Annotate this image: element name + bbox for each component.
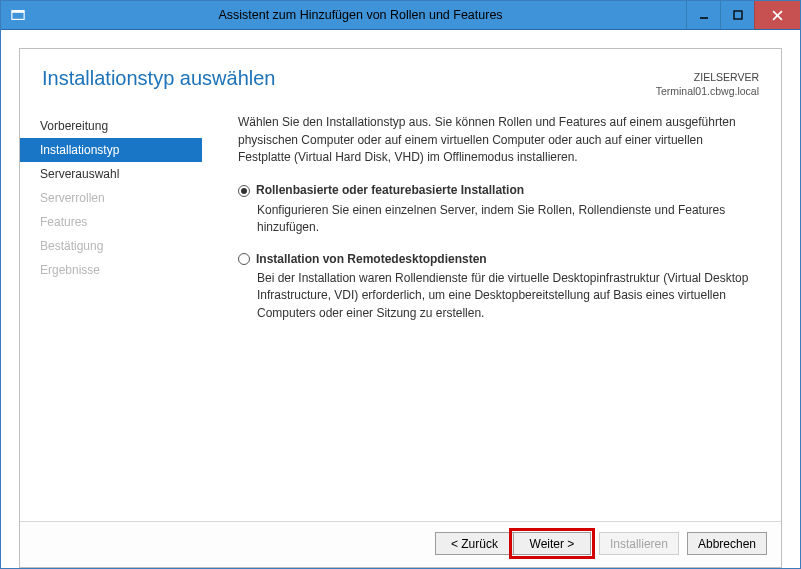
window-title: Assistent zum Hinzufügen von Rollen und … <box>35 1 686 29</box>
body-area: Installationstyp auswählen ZIELSERVER Te… <box>1 30 800 568</box>
option-rds[interactable]: Installation von Remotedesktopdiensten B… <box>238 251 757 323</box>
back-button[interactable]: < Zurück <box>435 532 513 555</box>
option-role-based-desc: Konfigurieren Sie einen einzelnen Server… <box>238 202 757 237</box>
radio-rds[interactable] <box>238 253 250 265</box>
option-rds-title: Installation von Remotedesktopdiensten <box>256 251 487 268</box>
target-server-label: ZIELSERVER <box>656 71 759 85</box>
wizard-nav: Vorbereitung Installationstyp Serverausw… <box>20 114 202 521</box>
footer: < Zurück Weiter > Installieren Abbrechen <box>20 521 781 567</box>
main-row: Vorbereitung Installationstyp Serverausw… <box>20 106 781 521</box>
intro-text: Wählen Sie den Installationstyp aus. Sie… <box>238 114 757 166</box>
close-button[interactable] <box>754 1 800 29</box>
radio-role-based[interactable] <box>238 185 250 197</box>
nav-button-pair: < Zurück Weiter > <box>435 532 591 555</box>
option-role-based[interactable]: Rollenbasierte oder featurebasierte Inst… <box>238 182 757 236</box>
target-server-value: Terminal01.cbwg.local <box>656 85 759 99</box>
maximize-button[interactable] <box>720 1 754 29</box>
wizard-window: Assistent zum Hinzufügen von Rollen und … <box>0 0 801 569</box>
window-controls <box>686 1 800 29</box>
option-rds-desc: Bei der Installation waren Rollendienste… <box>238 270 757 322</box>
option-role-based-title: Rollenbasierte oder featurebasierte Inst… <box>256 182 524 199</box>
content-panel: Installationstyp auswählen ZIELSERVER Te… <box>19 48 782 568</box>
nav-item-bestaetigung: Bestätigung <box>20 234 202 258</box>
svg-rect-3 <box>734 11 742 19</box>
nav-item-serverrollen: Serverrollen <box>20 186 202 210</box>
nav-item-installationstyp[interactable]: Installationstyp <box>20 138 202 162</box>
nav-item-vorbereitung[interactable]: Vorbereitung <box>20 114 202 138</box>
install-button: Installieren <box>599 532 679 555</box>
next-button[interactable]: Weiter > <box>513 532 591 555</box>
titlebar[interactable]: Assistent zum Hinzufügen von Rollen und … <box>1 1 800 30</box>
page-title: Installationstyp auswählen <box>42 67 275 98</box>
minimize-button[interactable] <box>686 1 720 29</box>
nav-item-features: Features <box>20 210 202 234</box>
nav-item-serverauswahl[interactable]: Serverauswahl <box>20 162 202 186</box>
content-area: Wählen Sie den Installationstyp aus. Sie… <box>202 114 781 521</box>
svg-rect-1 <box>12 11 24 13</box>
header-row: Installationstyp auswählen ZIELSERVER Te… <box>20 49 781 106</box>
cancel-button[interactable]: Abbrechen <box>687 532 767 555</box>
nav-item-ergebnisse: Ergebnisse <box>20 258 202 282</box>
app-icon <box>1 1 35 29</box>
target-server-info: ZIELSERVER Terminal01.cbwg.local <box>656 67 759 98</box>
